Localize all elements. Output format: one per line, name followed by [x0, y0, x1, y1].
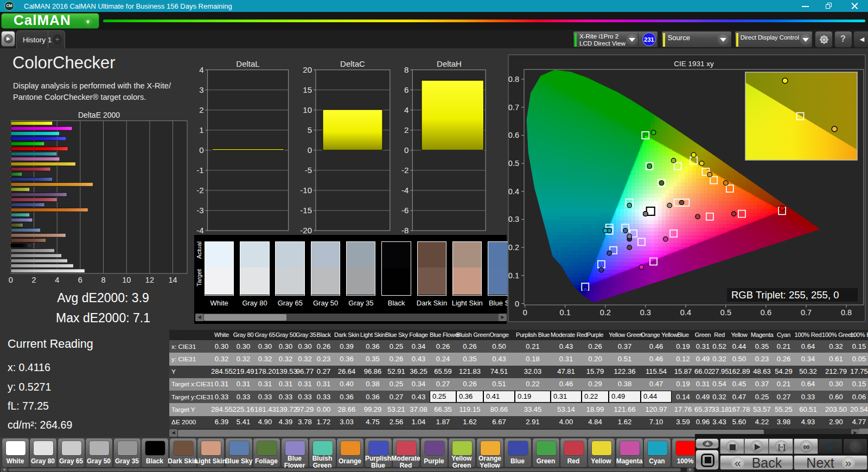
svg-text:-15: -15 — [300, 206, 312, 215]
svg-text:RGB Triplet: 255, 255, 0: RGB Triplet: 255, 255, 0 — [731, 289, 839, 301]
svg-text:0.6: 0.6 — [508, 131, 519, 139]
svg-text:10: 10 — [303, 105, 312, 114]
svg-text:-1: -1 — [196, 165, 203, 175]
svg-text:-2: -2 — [401, 165, 409, 175]
svg-text:6: 6 — [78, 276, 82, 284]
svg-text:0.7: 0.7 — [508, 103, 519, 112]
svg-text:0.6: 0.6 — [761, 308, 771, 317]
svg-text:-4: -4 — [401, 186, 409, 195]
svg-text:0: 0 — [515, 299, 519, 308]
svg-text:0.1: 0.1 — [560, 308, 571, 317]
svg-text:6: 6 — [404, 85, 409, 94]
svg-text:0: 0 — [523, 308, 527, 317]
svg-text:DeltaC: DeltaC — [340, 59, 365, 68]
svg-text:0.5: 0.5 — [720, 308, 731, 317]
svg-text:-3: -3 — [196, 206, 203, 215]
svg-text:0: 0 — [404, 145, 409, 155]
svg-text:-2: -2 — [196, 186, 203, 195]
svg-text:0.8: 0.8 — [508, 75, 519, 84]
svg-text:-20: -20 — [300, 226, 312, 235]
svg-text:CIE 1931 xy: CIE 1931 xy — [674, 60, 714, 68]
svg-text:-6: -6 — [401, 206, 409, 215]
svg-text:0: 0 — [308, 145, 312, 155]
svg-text:14: 14 — [168, 276, 177, 284]
svg-text:15: 15 — [303, 85, 312, 94]
svg-text:0.1: 0.1 — [508, 271, 519, 280]
svg-text:10: 10 — [122, 276, 131, 284]
svg-text:-8: -8 — [401, 226, 409, 235]
svg-text:0.4: 0.4 — [508, 187, 519, 196]
svg-text:4: 4 — [199, 65, 203, 74]
svg-text:0.2: 0.2 — [600, 308, 611, 317]
svg-text:0.3: 0.3 — [508, 215, 519, 224]
svg-text:0.5: 0.5 — [508, 159, 519, 168]
svg-text:-5: -5 — [305, 165, 312, 175]
svg-text:-4: -4 — [196, 226, 203, 235]
svg-text:DeltaH: DeltaH — [437, 59, 462, 68]
svg-text:2: 2 — [32, 276, 36, 284]
svg-text:0: 0 — [9, 276, 13, 284]
svg-text:8: 8 — [101, 276, 105, 284]
svg-text:5: 5 — [308, 125, 312, 135]
svg-text:4: 4 — [55, 276, 59, 284]
svg-text:0.8: 0.8 — [841, 308, 852, 317]
svg-text:DeltaL: DeltaL — [236, 59, 259, 68]
svg-text:4: 4 — [404, 105, 409, 114]
svg-text:0.7: 0.7 — [801, 308, 812, 317]
svg-text:0: 0 — [199, 145, 203, 155]
svg-text:1: 1 — [199, 125, 203, 135]
svg-text:-10: -10 — [300, 186, 312, 195]
svg-text:0.4: 0.4 — [680, 308, 691, 317]
svg-text:2: 2 — [199, 105, 203, 114]
svg-text:12: 12 — [145, 276, 154, 284]
svg-text:20: 20 — [303, 65, 312, 74]
svg-text:0.2: 0.2 — [508, 243, 519, 252]
svg-text:3: 3 — [199, 85, 203, 94]
svg-text:2: 2 — [404, 125, 409, 135]
svg-text:8: 8 — [404, 65, 409, 74]
svg-text:0.3: 0.3 — [640, 308, 651, 317]
